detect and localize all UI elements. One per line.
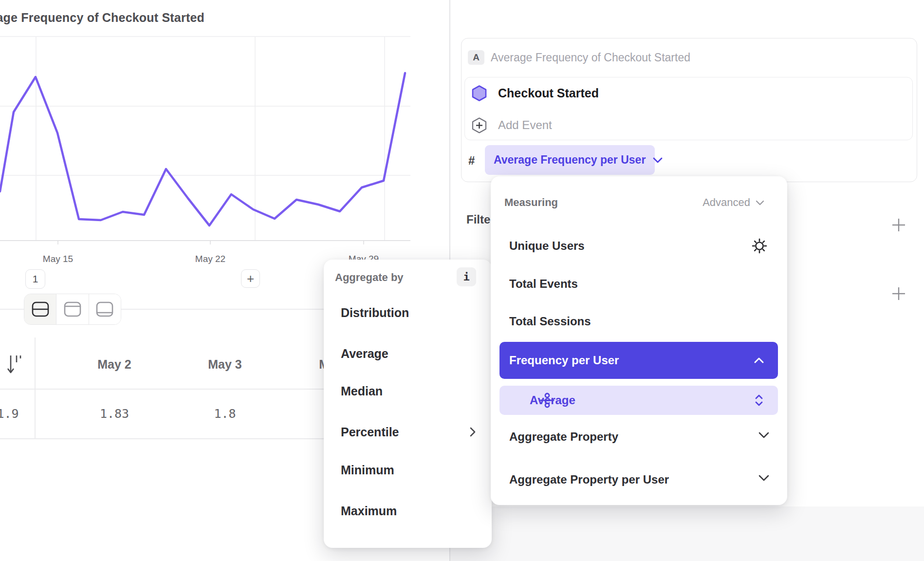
metric-name-input[interactable]: Average Frequency of Checkout Started [491, 51, 690, 64]
menu-item-average[interactable]: Average [341, 347, 388, 361]
aggregate-by-menu: Aggregate by i Distribution Average Medi… [324, 260, 492, 548]
add-event-hexagon-plus-icon[interactable] [471, 117, 487, 134]
menu-item-distribution[interactable]: Distribution [341, 306, 409, 320]
add-breakdown-button[interactable] [891, 286, 906, 301]
table-column-border [35, 337, 36, 438]
sort-descending-icon[interactable] [6, 354, 23, 376]
view-toggle-table-only[interactable] [89, 294, 121, 324]
selected-item-label: Frequency per User [509, 354, 619, 367]
event-select[interactable]: Checkout Started [498, 86, 599, 100]
menu-item-minimum[interactable]: Minimum [341, 463, 394, 477]
add-metric-button[interactable]: + [896, 0, 906, 5]
menu-item-total-sessions[interactable]: Total Sessions [509, 315, 591, 328]
series-line [0, 73, 405, 225]
add-event-button[interactable]: Add Event [498, 118, 552, 132]
measuring-menu: Measuring Advanced Unique Users [491, 176, 787, 505]
metrics-section-title: Metrics [468, 0, 515, 2]
chart-view-icon [64, 301, 81, 317]
table-value-cell: 1.83 [100, 407, 129, 421]
advanced-toggle[interactable]: Advanced [702, 196, 765, 209]
menu-item-maximum[interactable]: Maximum [341, 504, 397, 518]
numeric-type-icon: # [468, 154, 475, 168]
insights-report-view: Average Frequency of Checkout Started Ma… [0, 0, 924, 561]
metric-letter-badge: A [468, 50, 484, 65]
menu-item-median[interactable]: Median [341, 384, 383, 398]
aggregate-by-header: Aggregate by [335, 271, 404, 284]
split-view-icon [32, 301, 49, 317]
chevron-up-icon [754, 357, 764, 364]
measurement-dropdown-label: Average Frequency per User [494, 153, 646, 167]
chevron-down-icon [758, 431, 770, 439]
view-toggle-chart-only[interactable] [56, 294, 88, 324]
frequency-aggregation-select[interactable]: Average [499, 386, 778, 415]
view-toggle-split[interactable] [24, 294, 56, 324]
chevron-down-icon [755, 200, 765, 206]
x-axis-tick: May 22 [195, 254, 225, 264]
panel-background [450, 506, 924, 561]
menu-item-aggregate-property-per-user[interactable]: Aggregate Property per User [509, 473, 669, 486]
chevron-down-icon [652, 157, 663, 164]
view-toggle-group [24, 294, 121, 325]
line-chart [0, 0, 449, 273]
average-divide-icon [539, 393, 555, 408]
table-header-cell[interactable]: May 2 [97, 357, 131, 372]
x-axis-tick: May 15 [43, 254, 73, 264]
menu-item-frequency-per-user-selected[interactable]: Frequency per User [499, 342, 778, 379]
table-value-cell: 1.9 [0, 407, 19, 421]
chart-gridlines [0, 37, 410, 244]
add-button[interactable]: + [241, 269, 260, 288]
add-filter-button[interactable] [891, 217, 906, 233]
chevron-down-icon [758, 474, 770, 482]
segment-count-badge[interactable]: 1 [25, 269, 45, 289]
table-header-cell[interactable]: May 3 [208, 357, 241, 372]
gear-icon[interactable] [751, 238, 768, 254]
info-icon[interactable]: i [457, 267, 476, 286]
table-value-cell: 1.8 [214, 407, 236, 421]
chevron-right-icon [469, 426, 476, 438]
menu-item-total-events[interactable]: Total Events [509, 277, 578, 291]
menu-item-aggregate-property[interactable]: Aggregate Property [509, 430, 618, 444]
event-hexagon-icon [471, 85, 487, 102]
measurement-dropdown[interactable]: Average Frequency per User [485, 145, 655, 175]
table-view-icon [96, 301, 113, 317]
measuring-header: Measuring [504, 196, 558, 209]
advanced-label: Advanced [702, 196, 750, 209]
menu-item-percentile[interactable]: Percentile [341, 425, 399, 439]
chevron-updown-icon [755, 393, 763, 407]
menu-item-unique-users[interactable]: Unique Users [509, 239, 585, 253]
